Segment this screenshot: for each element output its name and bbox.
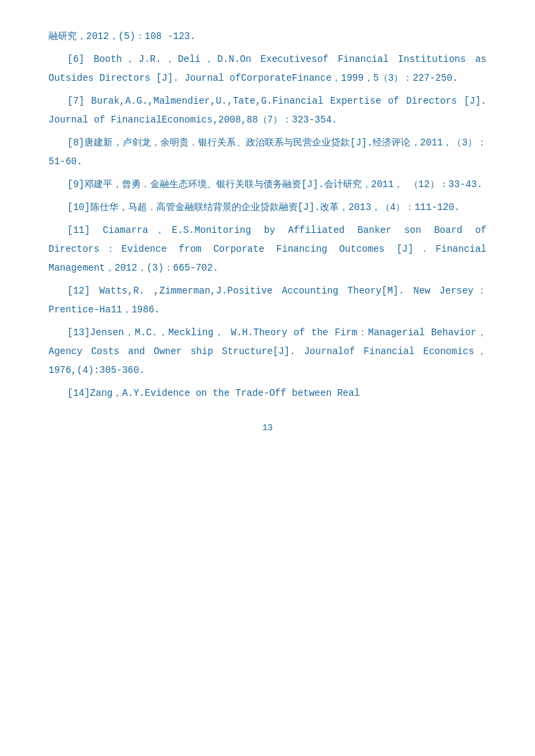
paragraph-ref5-continuation: 融研究，2012，(5)：108 -123. (49, 27, 486, 46)
page: 融研究，2012，(5)：108 -123. [6] Booth，J.R.，De… (0, 0, 535, 756)
paragraph-ref10: [10]陈仕华，马超．高管金融联结背景的企业贷款融资[J].改革，2013，（4… (49, 198, 486, 217)
paragraph-ref11: [11] Ciamarra，E.S.Monitoring by Affiliat… (49, 221, 486, 277)
paragraph-ref14: [14]Zang，A.Y.Evidence on the Trade-Off b… (49, 384, 486, 403)
paragraph-ref13: [13]Jensen，M.C.，Meckling， W.H.Theory of … (49, 323, 486, 380)
page-number: 13 (49, 423, 486, 433)
paragraph-ref9: [9]邓建平，曾勇．金融生态环境、银行关联与债务融资[J].会计研究，2011，… (49, 175, 486, 194)
paragraph-ref7: [7] Burak,A.G.,Malmendier,U.,Tate,G.Fina… (49, 92, 486, 129)
paragraph-ref6: [6] Booth，J.R.，Deli，D.N.On Executivesof … (49, 50, 486, 88)
paragraph-ref8: [8]唐建新，卢剑龙，余明贵．银行关系、政治联系与民营企业贷款[J].经济评论，… (49, 133, 486, 171)
paragraph-ref12: [12] Watts,R. ,Zimmerman,J.Positive Acco… (49, 281, 486, 319)
